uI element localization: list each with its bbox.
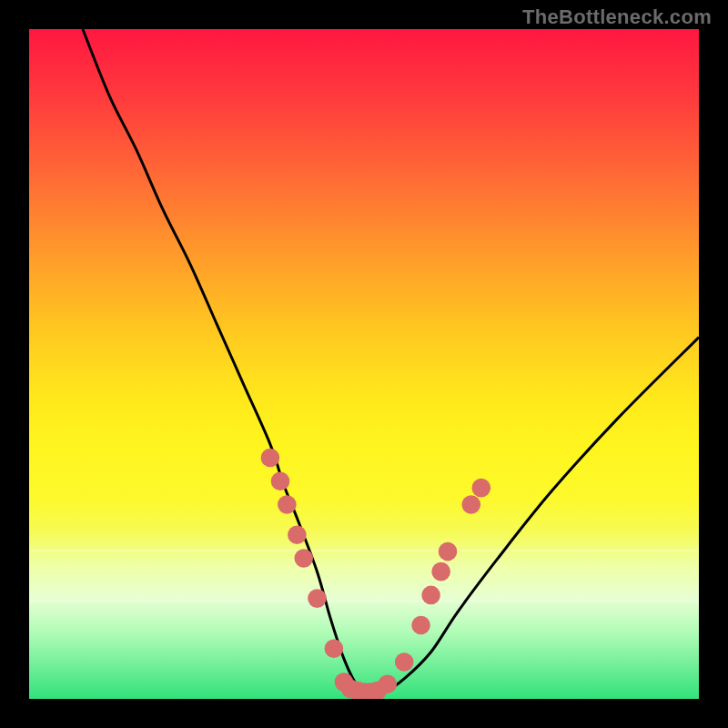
highlight-dot: [288, 525, 307, 544]
highlight-dot: [278, 495, 297, 514]
highlight-dot: [439, 542, 458, 561]
bottleneck-curve: [83, 29, 699, 693]
highlight-dot: [294, 549, 313, 568]
highlight-dot: [261, 449, 280, 468]
highlight-dot: [461, 495, 480, 514]
highlight-dot: [431, 562, 450, 581]
curve-plot: [29, 29, 699, 699]
highlight-dot: [378, 675, 397, 694]
watermark-label: TheBottleneck.com: [522, 5, 712, 29]
highlight-dot: [471, 479, 490, 498]
highlight-dot: [395, 652, 414, 672]
highlight-dot: [421, 586, 440, 605]
highlight-dot: [325, 639, 344, 658]
chart-canvas: TheBottleneck.com: [0, 0, 728, 728]
highlight-dot: [271, 471, 290, 490]
highlight-dot: [308, 589, 327, 608]
highlight-dot: [411, 616, 430, 635]
